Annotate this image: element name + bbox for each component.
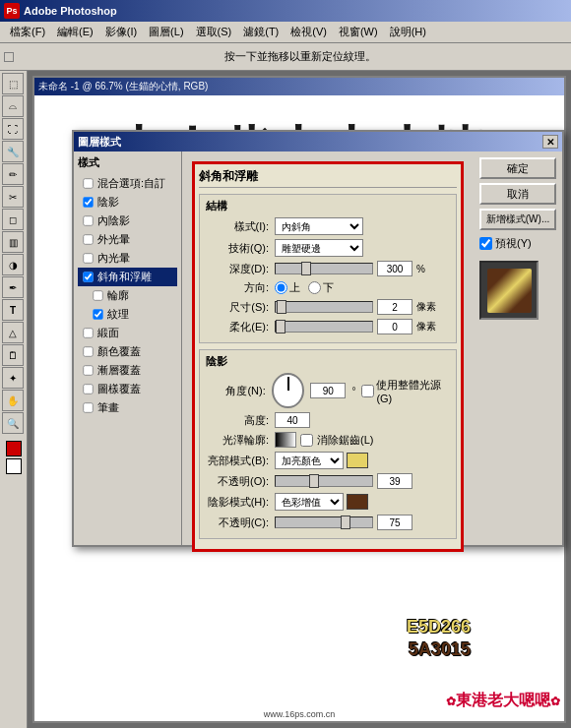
menu-layer[interactable]: 圖層(L) bbox=[143, 23, 189, 41]
altitude-input[interactable] bbox=[275, 412, 310, 428]
depth-input[interactable] bbox=[377, 261, 412, 276]
tool-gradient[interactable]: ▥ bbox=[2, 231, 24, 253]
soften-control: 像素 bbox=[275, 319, 436, 334]
style-outerglow-checkbox[interactable] bbox=[83, 234, 93, 244]
menu-view[interactable]: 檢視(V) bbox=[285, 23, 333, 41]
preview-checkbox[interactable] bbox=[479, 237, 492, 250]
style-item-coloroverlay[interactable]: 顏色覆蓋 bbox=[78, 342, 177, 361]
style-blend-checkbox[interactable] bbox=[83, 178, 93, 188]
style-select[interactable]: 內斜角 bbox=[275, 217, 363, 235]
menu-window[interactable]: 視窗(W) bbox=[333, 23, 384, 41]
size-input[interactable] bbox=[377, 299, 412, 315]
angle-input[interactable] bbox=[310, 383, 346, 398]
style-bevel-checkbox[interactable] bbox=[83, 272, 93, 281]
soften-input[interactable] bbox=[377, 319, 412, 334]
style-item-dropshadow[interactable]: 陰影 bbox=[78, 193, 177, 212]
menu-edit[interactable]: 編輯(E) bbox=[51, 23, 99, 41]
angle-label: 角度(N): bbox=[206, 384, 272, 398]
tool-eraser[interactable]: ◻ bbox=[2, 209, 24, 230]
anti-alias-checkbox[interactable] bbox=[300, 434, 313, 447]
highlight-opacity-input[interactable] bbox=[377, 473, 412, 489]
highlight-mode-select[interactable]: 加亮顏色 bbox=[275, 452, 344, 469]
menu-image[interactable]: 影像(I) bbox=[99, 23, 143, 41]
highlight-color-swatch[interactable] bbox=[347, 453, 368, 468]
app-title: Adobe Photoshop bbox=[24, 5, 117, 17]
tool-clone[interactable]: ✂ bbox=[2, 186, 24, 208]
color-label-2: 5A3015 bbox=[409, 639, 471, 660]
tool-marquee[interactable]: ⬚ bbox=[2, 73, 24, 94]
global-light-checkbox[interactable] bbox=[361, 385, 374, 397]
cancel-button[interactable]: 取消 bbox=[479, 183, 556, 205]
tool-lasso[interactable]: ⌓ bbox=[2, 95, 24, 117]
style-gradientoverlay-checkbox[interactable] bbox=[83, 365, 93, 375]
global-light-label: 使用整體光源(G) bbox=[376, 378, 450, 404]
shadow-mode-select[interactable]: 色彩增值 bbox=[275, 493, 344, 511]
style-stroke-checkbox[interactable] bbox=[83, 402, 93, 412]
tool-dodge[interactable]: ◑ bbox=[2, 254, 24, 275]
style-item-gradientoverlay[interactable]: 漸層覆蓋 bbox=[78, 361, 177, 380]
style-item-bevel[interactable]: 斜角和浮雕 bbox=[78, 268, 177, 286]
tool-text[interactable]: T bbox=[2, 299, 24, 321]
highlight-opacity-label: 不透明(O): bbox=[206, 474, 275, 489]
highlight-opacity-control bbox=[275, 473, 412, 489]
dir-up-radio[interactable] bbox=[275, 281, 287, 294]
highlight-mode-row: 亮部模式(B): 加亮顏色 bbox=[206, 452, 450, 469]
style-contour-checkbox[interactable] bbox=[93, 290, 102, 300]
depth-slider[interactable] bbox=[275, 263, 373, 274]
style-list-header: 樣式 bbox=[78, 155, 177, 170]
tool-pen[interactable]: ✒ bbox=[2, 276, 24, 298]
style-satin-checkbox[interactable] bbox=[83, 328, 93, 337]
shadow-color-swatch[interactable] bbox=[347, 494, 368, 510]
style-item-contour[interactable]: 輪廓 bbox=[78, 286, 177, 305]
style-coloroverlay-checkbox[interactable] bbox=[83, 346, 93, 356]
canvas-area: 未命名 -1 @ 66.7% (生錨的心情, RGB) 山人些山山小情 E5D2… bbox=[28, 71, 571, 728]
angle-indicator bbox=[287, 377, 289, 391]
style-item-innerglow[interactable]: 內光暈 bbox=[78, 249, 177, 268]
shadow-opacity-input[interactable] bbox=[377, 515, 412, 530]
style-item-blend[interactable]: 混合選項:自訂 bbox=[78, 174, 177, 193]
style-item-stroke[interactable]: 筆畫 bbox=[78, 398, 177, 417]
shadow-opacity-slider[interactable] bbox=[275, 516, 373, 528]
tool-brush[interactable]: ✏ bbox=[2, 163, 24, 185]
tool-crop[interactable]: ⛶ bbox=[2, 118, 24, 140]
preview-thumbnail bbox=[479, 261, 539, 320]
tool-hand[interactable]: ✋ bbox=[2, 390, 24, 411]
tool-eyedropper[interactable]: ✦ bbox=[2, 367, 24, 389]
style-item-satin[interactable]: 緞面 bbox=[78, 324, 177, 342]
style-texture-checkbox[interactable] bbox=[93, 309, 102, 319]
soften-slider[interactable] bbox=[275, 321, 373, 333]
style-label: 樣式(I): bbox=[206, 219, 275, 234]
structure-section: 結構 樣式(I): 內斜角 技術(Q): 雕塑硬邊 bbox=[199, 194, 457, 343]
style-dropshadow-checkbox[interactable] bbox=[83, 197, 93, 207]
style-patternoverlay-checkbox[interactable] bbox=[83, 384, 93, 394]
style-item-outerglow[interactable]: 外光暈 bbox=[78, 230, 177, 249]
size-slider[interactable] bbox=[275, 301, 373, 313]
tech-select[interactable]: 雕塑硬邊 bbox=[275, 239, 363, 257]
ok-button[interactable]: 確定 bbox=[479, 157, 556, 179]
gloss-control: 消除鋸齒(L) bbox=[275, 432, 373, 448]
gloss-contour-preview[interactable] bbox=[275, 432, 296, 448]
dir-down-radio[interactable] bbox=[308, 281, 321, 294]
menu-help[interactable]: 說明(H) bbox=[384, 23, 432, 41]
menu-filter[interactable]: 濾鏡(T) bbox=[237, 23, 285, 41]
angle-dial[interactable] bbox=[272, 373, 305, 408]
style-innerglow-checkbox[interactable] bbox=[83, 253, 93, 263]
menu-select[interactable]: 選取(S) bbox=[190, 23, 238, 41]
style-item-innershadow[interactable]: 內陰影 bbox=[78, 212, 177, 230]
dialog-close-button[interactable]: ✕ bbox=[542, 135, 558, 149]
tool-patch[interactable]: 🔧 bbox=[2, 141, 24, 162]
tool-zoom[interactable]: 🔍 bbox=[2, 412, 24, 434]
tool-path[interactable]: △ bbox=[2, 322, 24, 343]
style-item-texture[interactable]: 紋理 bbox=[78, 305, 177, 324]
foreground-color[interactable] bbox=[6, 441, 22, 456]
menu-file[interactable]: 檔案(F) bbox=[4, 23, 51, 41]
style-innershadow-checkbox[interactable] bbox=[83, 215, 93, 225]
new-style-button[interactable]: 新增樣式(W)... bbox=[479, 209, 556, 230]
shadow-title: 陰影 bbox=[206, 354, 450, 369]
style-row: 樣式(I): 內斜角 bbox=[206, 217, 450, 235]
tool-move[interactable] bbox=[4, 52, 14, 62]
background-color[interactable] bbox=[6, 458, 22, 474]
tool-notes[interactable]: 🗒 bbox=[2, 344, 24, 366]
highlight-opacity-slider[interactable] bbox=[275, 475, 373, 487]
style-item-patternoverlay[interactable]: 圖樣覆蓋 bbox=[78, 380, 177, 398]
